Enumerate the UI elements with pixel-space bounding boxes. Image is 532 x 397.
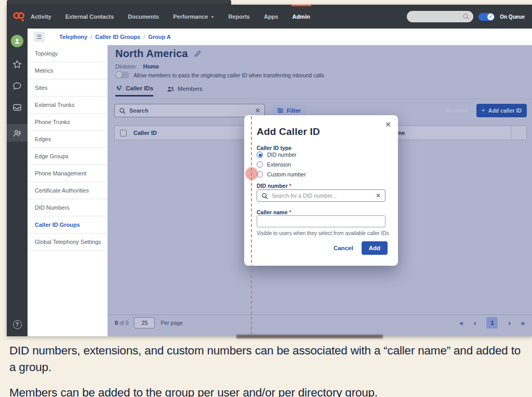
icon-rail: ? bbox=[7, 29, 28, 336]
on-queue-toggle[interactable]: ✓ bbox=[478, 13, 495, 21]
nav-documents[interactable]: Documents bbox=[128, 5, 159, 29]
sidebar-item-caller-id-groups[interactable]: Caller ID Groups bbox=[28, 216, 108, 234]
search-icon bbox=[261, 193, 268, 199]
sidebar-item-phone-trunks[interactable]: Phone Trunks bbox=[28, 114, 108, 131]
did-number-search: ✕ bbox=[257, 189, 385, 202]
breadcrumb-separator: / bbox=[87, 34, 95, 40]
person-icon bbox=[14, 37, 21, 45]
required-asterisk: * bbox=[289, 183, 291, 189]
did-number-input[interactable] bbox=[272, 193, 372, 199]
inbox-icon bbox=[12, 103, 22, 112]
radio-icon bbox=[257, 161, 263, 168]
caller-id-type-options: DID number Extension Custom number bbox=[257, 152, 306, 177]
check-icon: ✓ bbox=[487, 13, 494, 20]
radio-icon bbox=[257, 171, 263, 177]
caller-name-helper-text: Visible to users when they select from a… bbox=[257, 230, 389, 236]
radio-extension[interactable]: Extension bbox=[257, 161, 306, 168]
add-caller-id-modal: ✕ Add Caller ID Caller ID type DID numbe… bbox=[244, 115, 398, 266]
breadcrumb-telephony[interactable]: Telephony bbox=[59, 34, 87, 40]
slide-caption: DID numbers, extensions, and custom numb… bbox=[9, 343, 524, 397]
sidebar-item-topology[interactable]: Topology bbox=[28, 45, 108, 62]
chat-bubble-icon bbox=[12, 81, 22, 91]
app-screenshot: Activity External Contacts Documents Per… bbox=[7, 5, 532, 336]
cancel-button[interactable]: Cancel bbox=[334, 245, 353, 251]
clear-did-icon[interactable]: ✕ bbox=[376, 193, 381, 199]
global-search-input[interactable] bbox=[407, 11, 473, 22]
nav-apps[interactable]: Apps bbox=[264, 5, 278, 29]
star-icon bbox=[12, 60, 22, 69]
top-nav-right: ✓ On Queue bbox=[407, 11, 532, 22]
caret-down-icon: ▼ bbox=[210, 15, 214, 19]
nav-admin[interactable]: Admin bbox=[292, 5, 310, 29]
nav-external-contacts[interactable]: External Contacts bbox=[65, 5, 114, 29]
nav-performance[interactable]: Performance▼ bbox=[173, 5, 214, 29]
agent-interactions-button[interactable] bbox=[7, 124, 28, 142]
radio-did-number[interactable]: DID number bbox=[257, 152, 306, 158]
user-avatar[interactable] bbox=[11, 35, 23, 47]
modal-actions: Cancel Add bbox=[334, 241, 388, 255]
breadcrumb-group-a[interactable]: Group A bbox=[148, 34, 171, 40]
sidebar-item-global-telephony-settings[interactable]: Global Telephony Settings bbox=[28, 234, 108, 251]
help-button[interactable]: ? bbox=[13, 320, 22, 329]
agent-icon bbox=[12, 129, 22, 138]
close-icon[interactable]: ✕ bbox=[385, 120, 391, 129]
genesys-logo-icon bbox=[7, 10, 31, 23]
inbox-button[interactable] bbox=[12, 103, 22, 112]
caption-line-1: DID numbers, extensions, and custom numb… bbox=[9, 343, 524, 376]
chat-button[interactable] bbox=[12, 81, 22, 91]
active-tab-marker bbox=[291, 5, 311, 6]
did-number-label: DID number* bbox=[257, 183, 291, 189]
sidebar-item-edges[interactable]: Edges bbox=[28, 131, 108, 148]
menu-toggle-button[interactable]: ☰ bbox=[34, 32, 45, 42]
caption-line-2: Members can be added to the group per us… bbox=[9, 385, 524, 397]
modal-title: Add Caller ID bbox=[257, 126, 320, 138]
sidebar-item-sites[interactable]: Sites bbox=[28, 79, 108, 97]
telephony-sidebar: Topology Metrics Sites External Trunks P… bbox=[28, 45, 108, 336]
breadcrumb-separator: / bbox=[140, 34, 148, 40]
sidebar-item-certificate-authorities[interactable]: Certificate Authorities bbox=[28, 182, 108, 199]
caller-id-type-label: Caller ID type bbox=[257, 145, 291, 151]
top-nav: Activity External Contacts Documents Per… bbox=[7, 5, 532, 29]
required-asterisk: * bbox=[289, 209, 291, 215]
top-nav-items: Activity External Contacts Documents Per… bbox=[31, 5, 324, 29]
nav-activity[interactable]: Activity bbox=[31, 5, 51, 29]
breadcrumb: Telephony/Caller ID Groups/Group A bbox=[59, 34, 171, 40]
search-icon bbox=[462, 13, 470, 20]
caller-name-label: Caller name* bbox=[257, 209, 291, 215]
breadcrumb-bar: ☰ Telephony/Caller ID Groups/Group A bbox=[28, 29, 532, 45]
add-button[interactable]: Add bbox=[362, 241, 388, 255]
sidebar-item-metrics[interactable]: Metrics bbox=[28, 62, 108, 79]
sidebar-item-phone-management[interactable]: Phone Management bbox=[28, 165, 108, 182]
on-queue-label: On Queue bbox=[500, 14, 525, 20]
sidebar-item-edge-groups[interactable]: Edge Groups bbox=[28, 148, 108, 165]
radio-selected-icon bbox=[257, 152, 263, 158]
favorites-button[interactable] bbox=[12, 60, 22, 69]
breadcrumb-caller-id-groups[interactable]: Caller ID Groups bbox=[95, 34, 140, 40]
sidebar-item-external-trunks[interactable]: External Trunks bbox=[28, 97, 108, 114]
sidebar-item-did-numbers[interactable]: DID Numbers bbox=[28, 199, 108, 216]
background-window-edge bbox=[7, 0, 231, 5]
caller-name-input[interactable] bbox=[257, 215, 385, 227]
radio-custom-number[interactable]: Custom number bbox=[257, 171, 306, 177]
nav-reports[interactable]: Reports bbox=[228, 5, 250, 29]
